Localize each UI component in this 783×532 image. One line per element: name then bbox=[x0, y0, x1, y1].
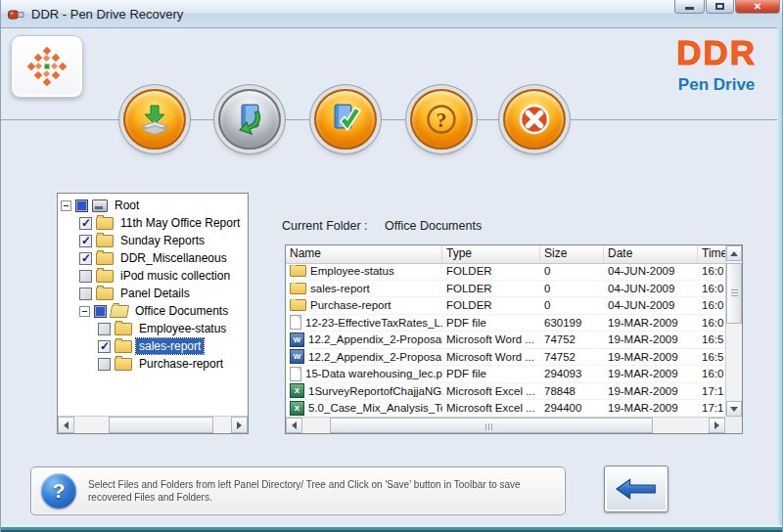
excel-file-icon bbox=[290, 401, 304, 416]
arrow-right-icon bbox=[714, 421, 719, 429]
cell-size: 74752 bbox=[544, 351, 576, 363]
scroll-left-button[interactable] bbox=[286, 418, 302, 433]
file-row-5-0-case-mix-analysis-to[interactable]: 5.0_Case_Mix_Analysis_To...Microsoft Exc… bbox=[286, 400, 725, 417]
file-row-sales-report[interactable]: sales-reportFOLDER004-JUN-200916:0 bbox=[286, 281, 725, 298]
save-button[interactable] bbox=[314, 89, 377, 150]
directory-tree: Root11th May Office ReportSunday Reports… bbox=[58, 194, 248, 417]
vertical-scrollbar[interactable] bbox=[725, 245, 742, 417]
cell-size: 630199 bbox=[544, 317, 581, 329]
arrow-right-icon bbox=[237, 421, 242, 429]
tree-checkbox-partial[interactable] bbox=[94, 305, 107, 318]
cell-name: 12.2_Appendix_2-Proposal_... bbox=[308, 351, 442, 363]
tree-checkbox-unchecked[interactable] bbox=[98, 323, 111, 335]
tree-checkbox-partial[interactable] bbox=[75, 200, 88, 212]
current-folder-label: Current Folder : bbox=[282, 219, 368, 233]
current-folder-value: Office Documents bbox=[385, 219, 482, 233]
file-row-15-data-warehousing-lec-pdf[interactable]: 15-Data warehousing_lec.pdfPDF file29409… bbox=[286, 366, 725, 383]
cell-type: PDF file bbox=[446, 368, 486, 379]
cell-type: Microsoft Excel ... bbox=[446, 385, 535, 397]
cell-type: Microsoft Word ... bbox=[446, 333, 534, 345]
tree-checkbox-checked[interactable] bbox=[79, 217, 92, 230]
recover-button[interactable] bbox=[218, 89, 281, 150]
tree-item-office-documents[interactable]: Office Documents bbox=[58, 302, 248, 320]
tree-checkbox-unchecked[interactable] bbox=[79, 270, 92, 283]
cell-date: 04-JUN-2009 bbox=[608, 299, 674, 311]
file-row-1surveyreportofchajjangz[interactable]: 1SurveyReportofChajjaNGZ...Microsoft Exc… bbox=[286, 383, 725, 401]
tree-checkbox-unchecked[interactable] bbox=[79, 288, 92, 300]
file-cell-type: Microsoft Word ... bbox=[442, 351, 540, 363]
folder-file-icon bbox=[290, 283, 306, 294]
tree-item-ddr-miscellaneous[interactable]: DDR_Miscellaneous bbox=[58, 249, 248, 267]
vscroll-thumb[interactable] bbox=[726, 263, 742, 324]
hscroll-track bbox=[653, 418, 709, 433]
tree-checkbox-checked[interactable] bbox=[79, 252, 92, 265]
folder-icon bbox=[96, 217, 114, 230]
tree-item-ipod-music-collection[interactable]: iPod music collection bbox=[58, 267, 248, 285]
tree-item-employee-status[interactable]: Employee-status bbox=[58, 320, 248, 337]
file-row-12-2-appendix-2-proposal[interactable]: 12.2_Appendix_2-Proposal_...Microsoft Wo… bbox=[286, 332, 725, 349]
tree-checkbox-checked[interactable] bbox=[79, 235, 92, 247]
folder-icon bbox=[115, 323, 132, 335]
file-cell-name: 5.0_Case_Mix_Analysis_To... bbox=[286, 401, 442, 416]
close-button[interactable]: ✕ bbox=[735, 0, 780, 14]
tree-checkbox-unchecked[interactable] bbox=[98, 358, 111, 371]
file-row-12-23-effectivetaxrates-l[interactable]: 12-23-EffectiveTaxRates_L...PDF file6301… bbox=[286, 315, 725, 332]
tree-checkbox-checked[interactable] bbox=[98, 340, 111, 353]
cell-date: 19-MAR-2009 bbox=[608, 317, 678, 329]
tree-item-root[interactable]: Root bbox=[58, 197, 248, 214]
tree-item-label: Office Documents bbox=[132, 303, 231, 319]
column-header-date[interactable]: Date bbox=[604, 245, 698, 263]
minimize-button[interactable] bbox=[674, 0, 705, 14]
hscroll-thumb[interactable] bbox=[330, 418, 653, 433]
scroll-right-button[interactable] bbox=[231, 417, 248, 433]
maximize-button[interactable] bbox=[706, 0, 734, 14]
cell-type: Microsoft Word ... bbox=[446, 351, 534, 363]
horizontal-scrollbar[interactable] bbox=[286, 417, 725, 433]
tree-item-sales-report[interactable]: sales-report bbox=[58, 337, 248, 355]
tree-item-panel-details[interactable]: Panel Details bbox=[58, 285, 248, 302]
back-button[interactable] bbox=[604, 466, 668, 512]
file-cell-type: Microsoft Excel ... bbox=[442, 385, 540, 397]
scroll-left-button[interactable] bbox=[58, 417, 74, 433]
scroll-down-button[interactable] bbox=[726, 401, 742, 417]
column-header-time[interactable]: Time bbox=[698, 245, 727, 263]
file-cell-name: 1SurveyReportofChajjaNGZ... bbox=[286, 383, 442, 398]
file-cell-date: 19-MAR-2009 bbox=[604, 368, 698, 379]
scroll-right-button[interactable] bbox=[709, 418, 725, 433]
cell-time: 17:1 bbox=[702, 385, 723, 397]
column-header-name[interactable]: Name bbox=[286, 245, 442, 263]
scroll-up-button[interactable] bbox=[726, 245, 742, 261]
file-cell-date: 19-MAR-2009 bbox=[604, 402, 698, 414]
tree-hscroll-thumb[interactable] bbox=[109, 417, 213, 433]
tree-item-purchase-report[interactable]: Purchase-report bbox=[58, 355, 248, 373]
file-cell-date: 19-MAR-2009 bbox=[604, 351, 698, 363]
file-row-12-2-appendix-2-proposal[interactable]: 12.2_Appendix_2-Proposal_...Microsoft Wo… bbox=[286, 349, 725, 367]
exit-button[interactable] bbox=[503, 89, 566, 150]
file-cell-date: 04-JUN-2009 bbox=[604, 283, 698, 294]
collapse-expander-icon[interactable] bbox=[61, 200, 71, 211]
cell-name: sales-report bbox=[310, 283, 370, 294]
file-cell-time: 16:0 bbox=[698, 317, 725, 329]
file-cell-size: 0 bbox=[540, 265, 604, 277]
folder-icon bbox=[96, 252, 114, 265]
tree-item-11th-may-office-report[interactable]: 11th May Office Report bbox=[58, 214, 248, 232]
window-frame-right bbox=[777, 27, 782, 525]
file-cell-type: PDF file bbox=[442, 317, 540, 329]
file-row-employee-status[interactable]: Employee-statusFOLDER004-JUN-200916:0 bbox=[286, 263, 725, 281]
cell-size: 294400 bbox=[544, 402, 581, 414]
column-header-size[interactable]: Size bbox=[540, 245, 604, 263]
collapse-expander-icon[interactable] bbox=[79, 306, 90, 317]
file-cell-name: sales-report bbox=[286, 283, 442, 294]
cell-time: 16:0 bbox=[702, 299, 723, 311]
tree-item-sunday-reports[interactable]: Sunday Reports bbox=[58, 232, 248, 249]
tree-horizontal-scrollbar[interactable] bbox=[58, 416, 248, 433]
tree-hscroll-track bbox=[213, 417, 231, 433]
save-recovered-button[interactable] bbox=[123, 89, 186, 150]
directory-tree-panel: Root11th May Office ReportSunday Reports… bbox=[57, 193, 249, 434]
arrow-left-icon bbox=[64, 421, 69, 429]
file-row-purchase-report[interactable]: Purchase-reportFOLDER004-JUN-200916:0 bbox=[286, 297, 725, 315]
column-header-type[interactable]: Type bbox=[442, 245, 540, 263]
excel-file-icon bbox=[290, 383, 304, 398]
back-arrow-icon bbox=[613, 475, 660, 503]
help-button[interactable]: ? bbox=[410, 89, 473, 150]
